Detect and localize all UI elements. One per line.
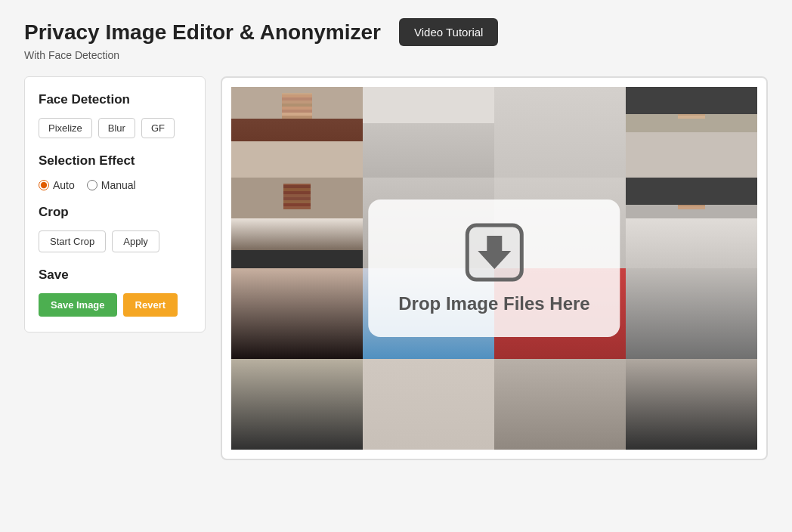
- auto-label: Auto: [53, 179, 75, 191]
- grid-cell-6: [363, 178, 494, 268]
- image-grid: [231, 87, 757, 450]
- grid-cell-11: [494, 268, 626, 359]
- grid-cell-3: [494, 87, 626, 178]
- face-detection-title: Face Detection: [39, 92, 191, 107]
- auto-radio[interactable]: [39, 180, 49, 190]
- grid-cell-13: [231, 359, 363, 450]
- selection-effect-section: Selection Effect Auto Manual: [39, 153, 191, 191]
- manual-radio[interactable]: [87, 180, 97, 190]
- grid-cell-4: [626, 87, 757, 178]
- page-title: Privacy Image Editor & Anonymizer: [24, 20, 381, 45]
- grid-cell-12: [626, 268, 757, 359]
- blur-button[interactable]: Blur: [98, 118, 135, 138]
- crop-title: Crop: [39, 205, 191, 220]
- crop-buttons: Start Crop Apply: [39, 230, 191, 252]
- grid-cell-8: [626, 178, 757, 268]
- grid-cell-14: [363, 359, 494, 450]
- video-tutorial-button[interactable]: Video Tutorial: [399, 18, 498, 46]
- save-section: Save Save Image Revert: [39, 268, 191, 317]
- save-image-button[interactable]: Save Image: [39, 293, 117, 317]
- sidebar: Face Detection Pixelize Blur GF Selectio…: [24, 76, 206, 332]
- selection-effect-radio-group: Auto Manual: [39, 179, 191, 191]
- pixelize-button[interactable]: Pixelize: [39, 118, 92, 138]
- grid-cell-7: [494, 178, 626, 268]
- gf-button[interactable]: GF: [141, 118, 175, 138]
- grid-cell-10: [363, 268, 494, 359]
- grid-cell-16: [626, 359, 757, 450]
- face-detection-section: Face Detection Pixelize Blur GF: [39, 92, 191, 138]
- manual-label: Manual: [101, 179, 136, 191]
- apply-button[interactable]: Apply: [112, 230, 159, 252]
- grid-cell-1: [231, 87, 363, 178]
- save-title: Save: [39, 268, 191, 283]
- grid-cell-9: [231, 268, 363, 359]
- manual-radio-label[interactable]: Manual: [87, 179, 136, 191]
- face-detection-buttons: Pixelize Blur GF: [39, 118, 191, 138]
- save-buttons: Save Image Revert: [39, 293, 191, 317]
- selection-effect-title: Selection Effect: [39, 153, 191, 169]
- start-crop-button[interactable]: Start Crop: [39, 230, 106, 252]
- grid-cell-5: [231, 178, 363, 268]
- auto-radio-label[interactable]: Auto: [39, 179, 75, 191]
- revert-button[interactable]: Revert: [123, 293, 178, 317]
- grid-cell-15: [494, 359, 626, 450]
- crop-section: Crop Start Crop Apply: [39, 205, 191, 252]
- grid-cell-2: [363, 87, 494, 178]
- drop-zone[interactable]: Drop Image Files Here: [221, 76, 768, 460]
- page-subtitle: With Face Detection: [24, 49, 768, 61]
